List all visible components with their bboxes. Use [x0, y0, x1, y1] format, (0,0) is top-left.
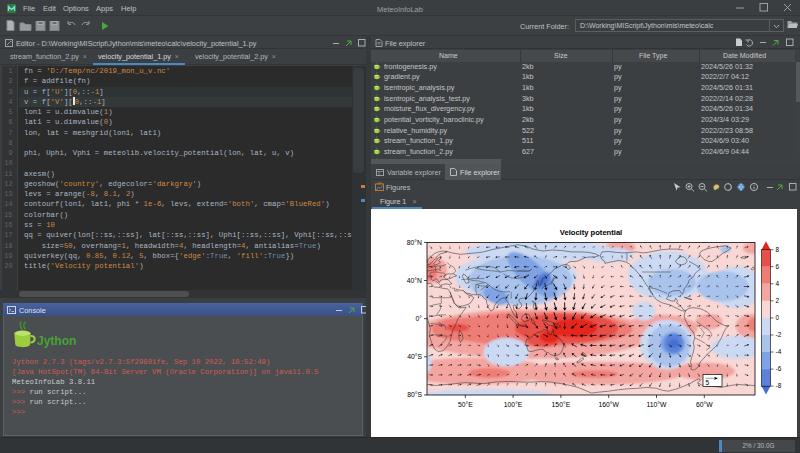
- svg-text:Jython: Jython: [37, 334, 76, 348]
- svg-text:160°W: 160°W: [598, 400, 619, 407]
- svg-text:100°E: 100°E: [504, 400, 523, 407]
- svg-text:110°W: 110°W: [647, 400, 668, 407]
- svg-text:6: 6: [776, 263, 780, 270]
- svg-text:0°: 0°: [416, 315, 423, 322]
- svg-text:-6: -6: [776, 365, 782, 372]
- svg-text:8: 8: [776, 246, 780, 253]
- svg-text:2: 2: [776, 297, 780, 304]
- svg-text:Velocity potential: Velocity potential: [560, 228, 622, 237]
- svg-text:-4: -4: [776, 348, 782, 355]
- svg-text:150°E: 150°E: [552, 400, 571, 407]
- svg-text:40°S: 40°S: [407, 353, 422, 360]
- svg-text:80°N: 80°N: [407, 238, 422, 245]
- svg-text:60°W: 60°W: [696, 400, 713, 407]
- svg-text:50°E: 50°E: [458, 400, 473, 407]
- svg-text:-8: -8: [776, 382, 782, 389]
- svg-text:4: 4: [776, 280, 780, 287]
- svg-text:-2: -2: [776, 331, 782, 338]
- svg-text:5: 5: [706, 379, 710, 386]
- svg-text:0: 0: [776, 314, 780, 321]
- svg-text:80°S: 80°S: [407, 391, 422, 398]
- svg-text:40°N: 40°N: [407, 277, 422, 284]
